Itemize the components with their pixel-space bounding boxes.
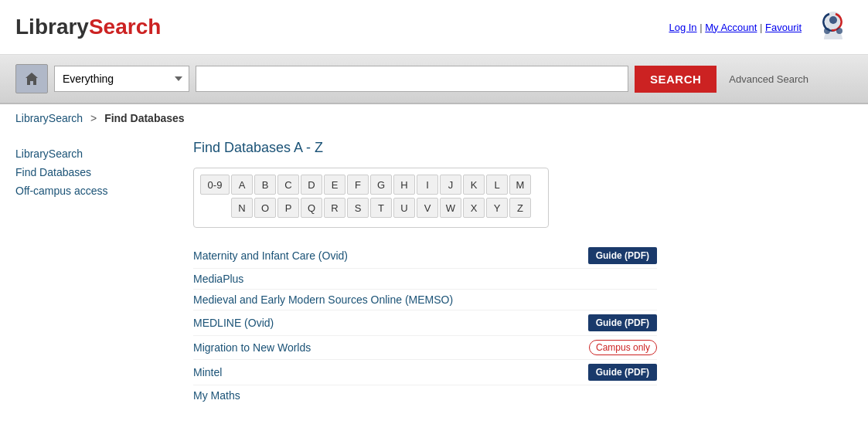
letter-btn-09[interactable]: 0-9	[200, 175, 230, 195]
sidebar: LibrarySearch Find Databases Off-campus …	[15, 140, 170, 405]
content-area: Find Databases A - Z 0-9 A B C D E F G H…	[193, 140, 853, 405]
db-link-mymaths[interactable]: My Maths	[193, 389, 240, 402]
db-meta-medline: Guide (PDF)	[588, 314, 657, 331]
db-meta-mintel: Guide (PDF)	[588, 364, 657, 381]
db-link-mintel[interactable]: Mintel	[193, 366, 222, 378]
db-meta-migration: Campus only	[589, 340, 657, 355]
login-link[interactable]: Log In	[669, 22, 696, 33]
guide-btn-mintel[interactable]: Guide (PDF)	[588, 364, 657, 381]
letter-btn-s[interactable]: S	[347, 198, 369, 218]
logo-search: Search	[89, 15, 161, 39]
letter-btn-c[interactable]: C	[277, 175, 299, 195]
db-meta-maternity: Guide (PDF)	[588, 247, 657, 264]
breadcrumb-home-link[interactable]: LibrarySearch	[15, 112, 83, 124]
letter-btn-l[interactable]: L	[486, 175, 508, 195]
letter-btn-k[interactable]: K	[463, 175, 485, 195]
home-button[interactable]	[15, 64, 48, 93]
letter-row-1: 0-9 A B C D E F G H I J K L M	[200, 175, 542, 195]
letter-btn-n[interactable]: N	[231, 198, 253, 218]
letter-btn-y[interactable]: Y	[486, 198, 508, 218]
guide-btn-maternity[interactable]: Guide (PDF)	[588, 247, 657, 264]
db-link-medieval[interactable]: Medieval and Early Modern Sources Online…	[193, 293, 453, 306]
search-input[interactable]	[196, 66, 628, 92]
svg-point-1	[824, 28, 830, 34]
letter-btn-f[interactable]: F	[347, 175, 369, 195]
db-item-maternity: Maternity and Infant Care (Ovid) Guide (…	[193, 243, 657, 269]
letter-btn-r[interactable]: R	[324, 198, 345, 218]
logo-library: Library	[15, 15, 89, 39]
db-link-mediaplus[interactable]: MediaPlus	[193, 273, 243, 285]
search-scope-select[interactable]: Everything Articles Books Journals	[54, 66, 189, 92]
top-nav: Log In | My Account | Favourit	[669, 22, 802, 33]
letter-btn-v[interactable]: V	[417, 198, 438, 218]
letter-btn-x[interactable]: X	[463, 198, 485, 218]
db-item-medieval: Medieval and Early Modern Sources Online…	[193, 290, 657, 310]
letter-btn-o[interactable]: O	[254, 198, 276, 218]
letter-btn-e[interactable]: E	[324, 175, 345, 195]
svg-point-0	[829, 16, 837, 24]
letter-btn-w[interactable]: W	[440, 198, 461, 218]
main-content: LibrarySearch Find Databases Off-campus …	[0, 132, 868, 413]
advanced-search-link[interactable]: Advanced Search	[729, 73, 808, 85]
sidebar-item-find-databases[interactable]: Find Databases	[15, 166, 170, 178]
campus-only-badge: Campus only	[589, 340, 657, 355]
section-title: Find Databases A - Z	[193, 140, 853, 156]
sidebar-item-offcampus[interactable]: Off-campus access	[15, 185, 170, 197]
letter-btn-h[interactable]: H	[393, 175, 415, 195]
database-list: Maternity and Infant Care (Ovid) Guide (…	[193, 243, 657, 405]
letter-btn-d[interactable]: D	[301, 175, 322, 195]
letter-grid: 0-9 A B C D E F G H I J K L M N O P Q R	[193, 168, 549, 228]
letter-btn-g[interactable]: G	[370, 175, 392, 195]
breadcrumb-separator: >	[90, 112, 97, 124]
db-link-maternity[interactable]: Maternity and Infant Care (Ovid)	[193, 249, 348, 262]
letter-btn-i[interactable]: I	[417, 175, 438, 195]
letter-btn-m[interactable]: M	[509, 175, 531, 195]
letter-btn-z[interactable]: Z	[509, 198, 531, 218]
db-link-medline[interactable]: MEDLINE (Ovid)	[193, 317, 274, 329]
home-icon	[24, 71, 39, 87]
my-account-link[interactable]: My Account	[705, 22, 757, 33]
breadcrumb-current: Find Databases	[104, 112, 184, 124]
db-item-migration: Migration to New Worlds Campus only	[193, 336, 657, 360]
letter-btn-t[interactable]: T	[370, 198, 392, 218]
db-item-mintel: Mintel Guide (PDF)	[193, 360, 657, 385]
db-item-mymaths: My Maths	[193, 385, 657, 405]
letter-btn-p[interactable]: P	[277, 198, 299, 218]
letter-btn-j[interactable]: J	[440, 175, 461, 195]
letter-btn-a[interactable]: A	[231, 175, 253, 195]
letter-btn-b[interactable]: B	[254, 175, 276, 195]
db-link-migration[interactable]: Migration to New Worlds	[193, 341, 311, 354]
letter-row-2: N O P Q R S T U V W X Y Z	[200, 198, 542, 218]
letter-btn-u[interactable]: U	[393, 198, 415, 218]
logo: Library Search	[15, 15, 161, 39]
svg-point-2	[836, 28, 842, 34]
db-item-medline: MEDLINE (Ovid) Guide (PDF)	[193, 310, 657, 336]
search-button[interactable]: SEARCH	[635, 66, 717, 93]
letter-btn-q[interactable]: Q	[301, 198, 322, 218]
db-item-mediaplus: MediaPlus	[193, 269, 657, 290]
search-bar: Everything Articles Books Journals SEARC…	[0, 55, 868, 104]
sidebar-item-librarysearch[interactable]: LibrarySearch	[15, 148, 170, 160]
favourites-link[interactable]: Favourit	[765, 22, 802, 33]
brand-logo-icon	[814, 8, 853, 46]
breadcrumb: LibrarySearch > Find Databases	[0, 104, 868, 132]
guide-btn-medline[interactable]: Guide (PDF)	[588, 314, 657, 331]
header: Library Search Log In | My Account | Fav…	[0, 0, 868, 55]
